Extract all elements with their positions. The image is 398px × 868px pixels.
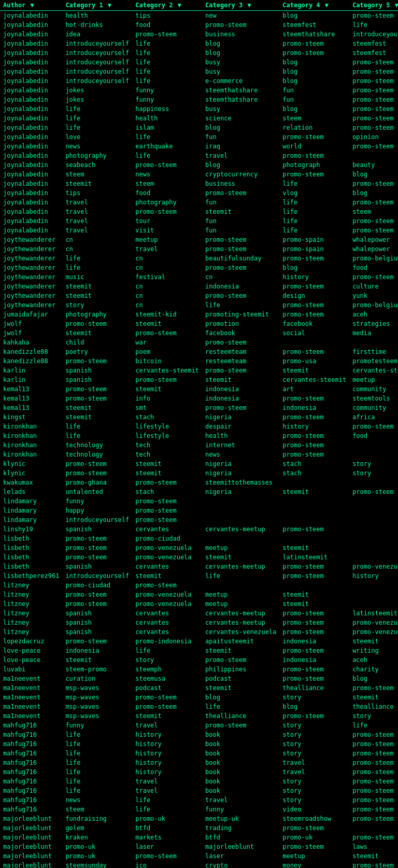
cell-row73-col0: ma1neevent [0, 693, 62, 702]
table-row: joythewanderermusicfestivalcnhistoryprom… [0, 272, 398, 282]
col-author[interactable]: Author ▼ [0, 0, 62, 11]
cell-row84-col3: travel [202, 795, 279, 805]
cell-row79-col3: book [202, 749, 279, 758]
cell-row81-col0: mahfug716 [0, 767, 62, 777]
table-row: joynalabedinseabeachpromo-steemblogphoto… [0, 160, 398, 170]
cell-row88-col0: majorleeblunt [0, 833, 62, 842]
cell-row89-col0: majorleeblunt [0, 842, 62, 851]
cell-row36-col2: poem [132, 347, 202, 356]
cell-row60-col1: introduceyourself [62, 571, 132, 581]
cell-row88-col5: promo-steem [349, 833, 398, 842]
cell-row63-col2: promo-venezuela [132, 599, 202, 609]
cell-row33-col4: facebook [279, 319, 349, 328]
cell-row29-col0: joythewanderer [0, 282, 62, 291]
cell-row35-col1: child [62, 338, 132, 347]
cell-row58-col5 [349, 553, 398, 562]
cell-row24-col1: cn [62, 235, 132, 244]
cell-row6-col5: promo-steem [349, 67, 398, 76]
table-header: Author ▼ Category 1 ▼ Category 2 ▼ Categ… [0, 0, 398, 11]
cell-row21-col1: travel [62, 207, 132, 216]
cell-row31-col1: story [62, 300, 132, 310]
cell-row90-col1: promo-uk [62, 851, 132, 861]
table-row: joynalabedinlifeislamblogrelationpromo-s… [0, 123, 398, 132]
table-row: kwakumaxpromo-ghanapromo-steemsteemittot… [0, 478, 398, 487]
table-row: majorleebluntkrakenmarketsbtfdpromo-ukpr… [0, 833, 398, 842]
cell-row5-col4: blog [279, 58, 349, 67]
cell-row60-col4: promo-steem [279, 571, 349, 581]
cell-row43-col0: kingst [0, 412, 62, 422]
cell-row12-col5: promo-steem [349, 123, 398, 132]
col-cat2[interactable]: Category 2 ▼ [132, 0, 202, 11]
cell-row77-col5: promo-steem [349, 730, 398, 739]
cell-row45-col2: lifestyle [132, 431, 202, 440]
cell-row65-col2: cervantes [132, 618, 202, 627]
cell-row64-col2: cervantes [132, 609, 202, 618]
cell-row9-col0: joynalabedin [0, 95, 62, 104]
table-row: majorleebluntpromo-ukpromo-steemlasermee… [0, 851, 398, 861]
table-row: majorleebluntfundraisingpromo-ukmeetup-u… [0, 814, 398, 823]
cell-row80-col3: book [202, 758, 279, 767]
cell-row49-col4: stach [279, 469, 349, 478]
cell-row64-col4: promo-steem [279, 609, 349, 618]
cell-row83-col0: mahfug716 [0, 786, 62, 795]
cell-row80-col5: promo-steem [349, 758, 398, 767]
cell-row66-col3: cervantes-venezuela [202, 627, 279, 637]
cell-row85-col0: mahfug716 [0, 805, 62, 814]
cell-row9-col2: funny [132, 95, 202, 104]
cell-row70-col1: steem-promo [62, 665, 132, 674]
cell-row52-col2: promo-steem [132, 497, 202, 506]
cell-row91-col1: steemsunday [62, 861, 132, 868]
cell-row8-col5: promo-steem [349, 86, 398, 95]
cell-row32-col1: photography [62, 310, 132, 319]
table-row: joythewanderercnmeetuppromo-steempromo-s… [0, 235, 398, 244]
cell-row23-col5: promo-steem [349, 226, 398, 235]
table-row: majorleebluntgolembtfdtradingpromo-steem [0, 823, 398, 833]
cell-row51-col5: promo-steem [349, 487, 398, 497]
cell-row51-col3: nigeria [202, 487, 279, 497]
cell-row26-col2: cn [132, 254, 202, 263]
sort-icon-cat1: ▼ [108, 2, 111, 9]
cell-row25-col4: promo-spain [279, 244, 349, 254]
cell-row26-col5: promo-belgium [349, 254, 398, 263]
cell-row53-col0: lindamary [0, 506, 62, 515]
cell-row1-col0: joynalabedin [0, 20, 62, 30]
cell-row40-col3: indonesia [202, 384, 279, 394]
table-row: jumaidafajarphotographysteemit-kidpromot… [0, 310, 398, 319]
cell-row4-col5: steemfest [349, 48, 398, 58]
cell-row22-col4: life [279, 216, 349, 226]
cell-row62-col3: meetup [202, 590, 279, 599]
cell-row61-col1: promo-ciudad [62, 581, 132, 590]
table-row: karlinspanishpromo-steemsteemitcervantes… [0, 375, 398, 384]
cell-row10-col4: blog [279, 104, 349, 114]
cell-row9-col4: fun [279, 95, 349, 104]
cell-row17-col2: news [132, 170, 202, 179]
cell-row74-col4: blog [279, 702, 349, 711]
cell-row91-col4: money [279, 861, 349, 868]
cell-row67-col0: lopezdacruz [0, 637, 62, 646]
cell-row7-col0: joynalabedin [0, 76, 62, 86]
cell-row73-col3: blog [202, 693, 279, 702]
cell-row14-col4: world [279, 142, 349, 151]
col-cat5[interactable]: Category 5 ▼ [349, 0, 398, 11]
cell-row10-col1: life [62, 104, 132, 114]
col-cat3[interactable]: Category 3 ▼ [202, 0, 279, 11]
cell-row57-col0: lisbeth [0, 543, 62, 553]
cell-row64-col0: litzney [0, 609, 62, 618]
cell-row61-col2: promo-steem [132, 581, 202, 590]
cell-row25-col3: promo-steem [202, 244, 279, 254]
cell-row41-col4: promo-steem [279, 394, 349, 403]
cell-row15-col0: joynalabedin [0, 151, 62, 160]
cell-row47-col2: tech [132, 450, 202, 459]
cell-row35-col3: promo-steem [202, 338, 279, 347]
cell-row70-col4: promo-steem [279, 665, 349, 674]
cell-row26-col1: life [62, 254, 132, 263]
table-row: leladsuntalentedstachnigeriasteemitpromo… [0, 487, 398, 497]
col-cat4[interactable]: Category 4 ▼ [279, 0, 349, 11]
col-cat1[interactable]: Category 1 ▼ [62, 0, 132, 11]
cell-row80-col0: mahfug716 [0, 758, 62, 767]
cell-row37-col3: resteemteam [202, 356, 279, 366]
cell-row9-col5: promo-steem [349, 95, 398, 104]
cell-row8-col0: joynalabedin [0, 86, 62, 95]
cell-row50-col0: kwakumax [0, 478, 62, 487]
cell-row28-col3: cn [202, 272, 279, 282]
